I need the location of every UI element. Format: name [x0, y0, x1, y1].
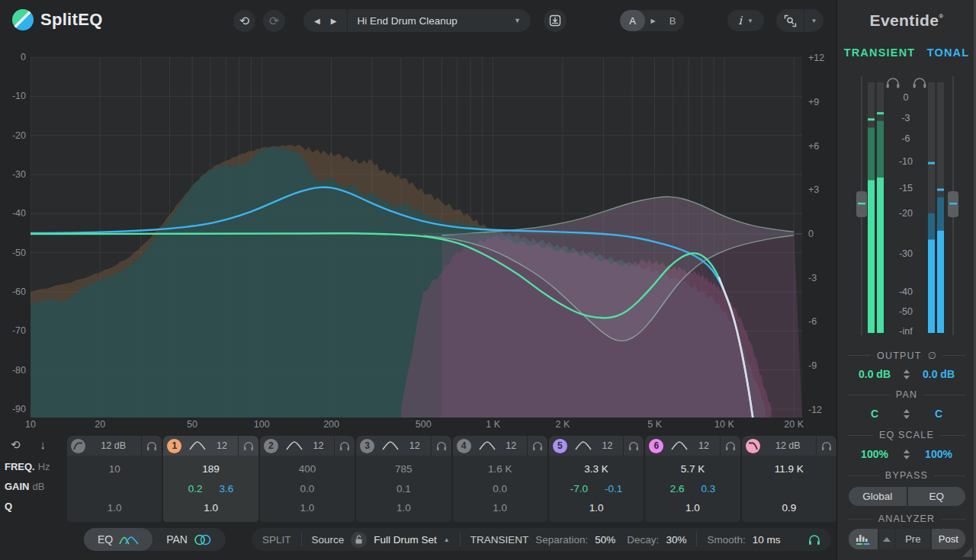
band-freq-value[interactable]: 3.3 K: [549, 461, 644, 478]
band-header[interactable]: 12 dB: [67, 436, 162, 456]
preset-next-icon[interactable]: ▶: [331, 17, 337, 25]
band-slope-label[interactable]: 12: [496, 440, 527, 451]
output-transient-value[interactable]: 0.0 dB: [855, 368, 894, 380]
band-header[interactable]: 5 12: [549, 436, 644, 456]
band-enable-badge[interactable]: [746, 439, 760, 453]
collapse-strip-icon[interactable]: ↓: [40, 438, 47, 452]
analyzer-pre-button[interactable]: Pre: [894, 529, 930, 549]
band-gain-value[interactable]: [67, 481, 162, 498]
band-freq-value[interactable]: 11.9 K: [742, 461, 836, 478]
band-gain-values[interactable]: 0.23.6: [163, 481, 258, 498]
source-expand-icon[interactable]: ▲: [444, 536, 450, 543]
reset-bands-icon[interactable]: ⟲: [11, 438, 21, 452]
band-solo-button[interactable]: [527, 436, 547, 456]
ab-b-button[interactable]: B: [661, 15, 684, 27]
band-enable-badge[interactable]: 4: [457, 439, 471, 453]
tab-tonal[interactable]: TONAL: [927, 46, 970, 59]
band-gain-values[interactable]: 2.60.3: [645, 481, 740, 498]
eq-view-button[interactable]: EQ: [84, 528, 152, 551]
transient-solo-icon[interactable]: [888, 78, 898, 85]
pan-tonal-value[interactable]: C: [919, 408, 958, 420]
scale-dropdown-icon[interactable]: ▼: [804, 18, 824, 24]
band-enable-badge[interactable]: 5: [553, 439, 567, 453]
band-solo-headphone-icon[interactable]: [243, 441, 254, 451]
band-column-band-1[interactable]: 1 12 189 0.23.6 1.0: [163, 436, 258, 522]
band-solo-button[interactable]: [816, 436, 836, 456]
band-slope-label[interactable]: 12: [688, 440, 719, 451]
separation-value[interactable]: 50%: [595, 534, 615, 546]
band-column-band-6[interactable]: 6 12 5.7 K 2.60.3 1.0: [645, 436, 740, 522]
transient-solo-headphone-icon[interactable]: [808, 534, 820, 546]
band-solo-button[interactable]: [720, 436, 740, 456]
band-column-highcut[interactable]: 12 dB 11.9 K 0.9: [742, 436, 836, 522]
band-q-value[interactable]: 1.0: [260, 500, 355, 517]
band-gain-value[interactable]: 0.0: [453, 481, 547, 498]
preset-prev-icon[interactable]: ◀: [314, 17, 320, 25]
eq-graph[interactable]: 0-10-20-30-40-50-60-70-80-90+12+9+6+30-3…: [0, 42, 836, 436]
band-gain-values[interactable]: -7.0-0.1: [549, 481, 644, 498]
band-slope-label[interactable]: 12 dB: [760, 440, 816, 451]
analyzer-post-button[interactable]: Post: [930, 529, 966, 549]
save-preset-button[interactable]: [544, 9, 567, 32]
bypass-eq-button[interactable]: EQ: [907, 487, 966, 506]
band-enable-badge[interactable]: 6: [649, 439, 663, 453]
pan-link-stepper[interactable]: [904, 409, 910, 419]
band-header[interactable]: 2 12: [260, 436, 355, 456]
decay-value[interactable]: 30%: [666, 534, 686, 546]
band-solo-button[interactable]: [623, 436, 644, 456]
band-enable-badge[interactable]: 2: [264, 439, 278, 453]
band-column-lowcut[interactable]: 12 dB 10 1.0: [67, 436, 162, 522]
output-tonal-value[interactable]: 0.0 dB: [919, 368, 958, 380]
band-q-value[interactable]: 0.9: [742, 500, 836, 517]
pan-transient-value[interactable]: C: [855, 408, 894, 420]
band-q-value[interactable]: 1.0: [356, 500, 451, 517]
band-gain-value[interactable]: [742, 481, 836, 498]
smooth-value[interactable]: 10 ms: [753, 534, 781, 546]
band-column-band-2[interactable]: 2 12 400 0.0 1.0: [260, 436, 355, 522]
band-solo-headphone-icon[interactable]: [436, 441, 447, 451]
tonal-solo-icon[interactable]: [914, 78, 925, 85]
band-solo-headphone-icon[interactable]: [339, 441, 350, 451]
band-enable-badge[interactable]: 1: [167, 439, 181, 453]
band-q-value[interactable]: 1.0: [645, 500, 740, 517]
eq-scale-tonal-value[interactable]: 100%: [919, 448, 958, 460]
eq-scale-link-stepper[interactable]: [904, 450, 910, 459]
ab-a-button[interactable]: A: [620, 10, 645, 31]
band-header[interactable]: 12 dB: [742, 436, 836, 456]
band-freq-value[interactable]: 400: [260, 461, 355, 478]
info-menu-button[interactable]: i ▼: [727, 10, 764, 31]
band-freq-value[interactable]: 189: [163, 461, 258, 478]
band-solo-button[interactable]: [141, 436, 162, 456]
redo-button[interactable]: ⟳: [263, 10, 285, 32]
bypass-global-button[interactable]: Global: [849, 487, 907, 506]
output-link-stepper[interactable]: [904, 370, 910, 379]
analyzer-collapse-button[interactable]: [878, 529, 894, 549]
analyzer-display-button[interactable]: [849, 529, 878, 549]
band-solo-headphone-icon[interactable]: [821, 441, 832, 451]
band-q-value[interactable]: 1.0: [549, 500, 644, 517]
eq-scale-transient-value[interactable]: 100%: [855, 448, 894, 460]
preset-selector[interactable]: ◀ ▶ Hi End Drum Cleanup ▼: [303, 9, 531, 32]
band-slope-label[interactable]: 12 dB: [85, 440, 141, 451]
pan-view-button[interactable]: PAN: [152, 528, 226, 551]
band-column-band-4[interactable]: 4 12 1.6 K 0.0 1.0: [453, 436, 547, 522]
preset-dropdown-icon[interactable]: ▼: [504, 17, 531, 24]
window-scale-button[interactable]: [776, 9, 804, 32]
preset-name[interactable]: Hi End Drum Cleanup: [348, 15, 504, 27]
source-value[interactable]: Full Drum Set: [374, 534, 437, 546]
band-header[interactable]: 1 12: [163, 436, 258, 456]
band-header[interactable]: 3 12: [356, 436, 451, 456]
window-resize-grip[interactable]: [962, 547, 972, 557]
ab-copy-icon[interactable]: ▶: [645, 18, 661, 24]
band-enable-badge[interactable]: [71, 439, 85, 453]
band-solo-button[interactable]: [334, 436, 355, 456]
band-gain-value[interactable]: 0.1: [356, 481, 451, 498]
band-solo-button[interactable]: [238, 436, 258, 456]
band-freq-value[interactable]: 1.6 K: [453, 461, 547, 478]
band-freq-value[interactable]: 5.7 K: [645, 461, 740, 478]
tab-transient[interactable]: TRANSIENT: [844, 46, 916, 59]
source-lock-button[interactable]: [351, 532, 367, 548]
band-slope-label[interactable]: 12: [592, 440, 623, 451]
undo-button[interactable]: ⟲: [233, 10, 255, 32]
phase-invert-icon[interactable]: ∅: [928, 350, 936, 361]
